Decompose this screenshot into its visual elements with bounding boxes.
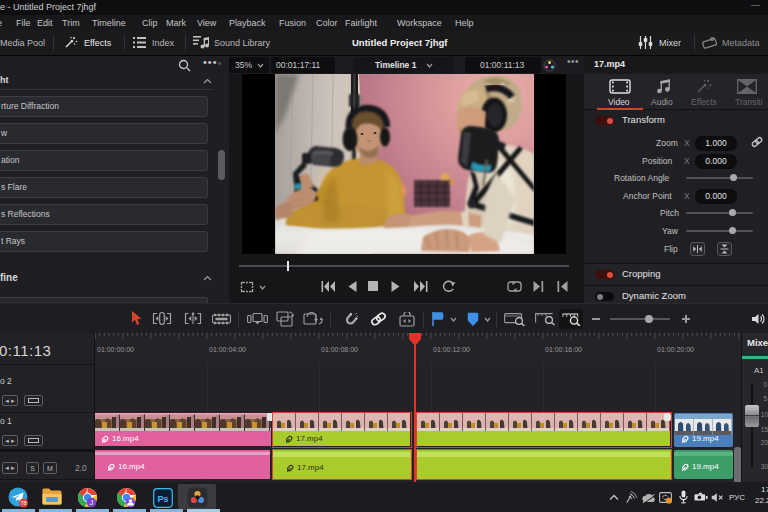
svg-text:78: 78 (20, 500, 26, 506)
svg-text:Ps: Ps (157, 494, 168, 504)
svg-text:J: J (90, 499, 93, 506)
